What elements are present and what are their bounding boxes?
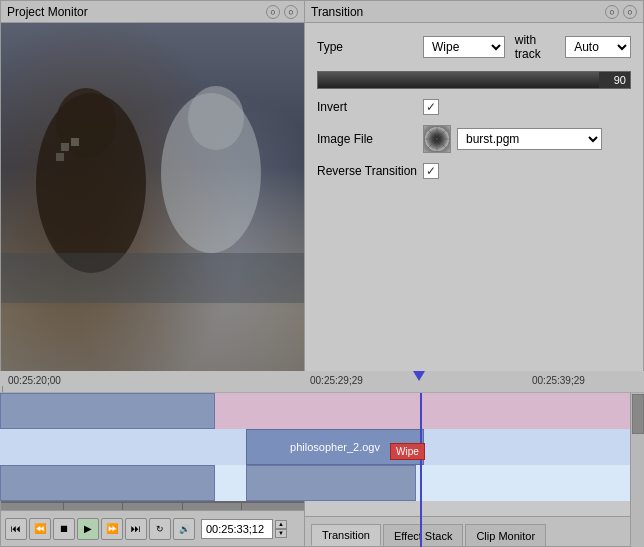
burst-icon xyxy=(424,126,450,152)
reverse-label: Reverse Transition xyxy=(317,164,417,178)
clip-philosopher-label: philosopher_2.ogv xyxy=(290,441,380,453)
progress-value: 90 xyxy=(614,74,626,86)
svg-rect-5 xyxy=(61,143,69,151)
transition-header-icons: ○ ○ xyxy=(605,5,637,19)
project-monitor-header: Project Monitor ○ ○ xyxy=(1,1,304,23)
svg-point-3 xyxy=(188,86,244,150)
ruler-mark-center: 00:25:29;29 xyxy=(310,375,363,386)
svg-rect-6 xyxy=(71,138,79,146)
progress-row: 90 xyxy=(317,71,631,89)
timeline-ruler-row: 00:25:20;00 00:25:29;29 00:25:39;29 xyxy=(0,371,644,393)
image-file-select[interactable]: burst.pgm xyxy=(457,128,602,150)
clip-blue-track1[interactable] xyxy=(0,393,215,429)
bottom-timeline: 00:25:20;00 00:25:29;29 00:25:39;29 xyxy=(0,369,644,547)
invert-check-mark: ✓ xyxy=(426,100,436,114)
svg-rect-7 xyxy=(56,153,64,161)
invert-label: Invert xyxy=(317,100,417,114)
ruler-ticks xyxy=(0,386,630,392)
invert-row: Invert ✓ xyxy=(317,99,631,115)
type-label: Type xyxy=(317,40,417,54)
clip-blue-track3-left[interactable] xyxy=(0,465,215,501)
monitor-icon-1[interactable]: ○ xyxy=(266,5,280,19)
project-monitor-title: Project Monitor xyxy=(7,5,88,19)
wipe-badge[interactable]: Wipe xyxy=(390,443,425,460)
image-file-label: Image File xyxy=(317,132,417,146)
scroll-thumb[interactable] xyxy=(632,394,644,434)
monitor-icon-2[interactable]: ○ xyxy=(284,5,298,19)
playhead-line xyxy=(420,393,422,547)
playhead-arrow xyxy=(413,371,425,381)
tab-transition[interactable]: Transition xyxy=(311,524,381,546)
type-row: Type Wipe with track Auto xyxy=(317,33,631,61)
track-select[interactable]: Auto xyxy=(565,36,631,58)
transition-icon-2[interactable]: ○ xyxy=(623,5,637,19)
invert-checkbox[interactable]: ✓ xyxy=(423,99,439,115)
image-thumbnail xyxy=(423,125,451,153)
clip-blue-track3-right[interactable] xyxy=(246,465,416,501)
reverse-checkbox[interactable]: ✓ xyxy=(423,163,439,179)
ruler-mark-right: 00:25:39;29 xyxy=(532,375,585,386)
main-layout: Project Monitor ○ ○ xyxy=(0,0,644,547)
wipe-label-text: Wipe xyxy=(396,446,419,457)
svg-rect-4 xyxy=(1,253,304,303)
transition-content: Type Wipe with track Auto 90 xyxy=(305,23,643,280)
transition-icon-1[interactable]: ○ xyxy=(605,5,619,19)
transition-title: Transition xyxy=(311,5,363,19)
image-file-row: Image File xyxy=(317,125,631,153)
transition-header: Transition ○ ○ xyxy=(305,1,643,23)
reverse-row: Reverse Transition ✓ xyxy=(317,163,631,179)
vertical-scrollbar[interactable] xyxy=(630,393,644,547)
playhead-ruler xyxy=(418,371,425,381)
ruler-mark-left: 00:25:20;00 xyxy=(8,375,61,386)
project-monitor-icons: ○ ○ xyxy=(266,5,298,19)
reverse-check-mark: ✓ xyxy=(426,164,436,178)
progress-bar-container[interactable]: 90 xyxy=(317,71,631,89)
progress-bar-fill xyxy=(318,72,599,88)
with-track-label: with track xyxy=(515,33,555,61)
top-panels: Project Monitor ○ ○ xyxy=(0,0,644,369)
type-select[interactable]: Wipe xyxy=(423,36,505,58)
